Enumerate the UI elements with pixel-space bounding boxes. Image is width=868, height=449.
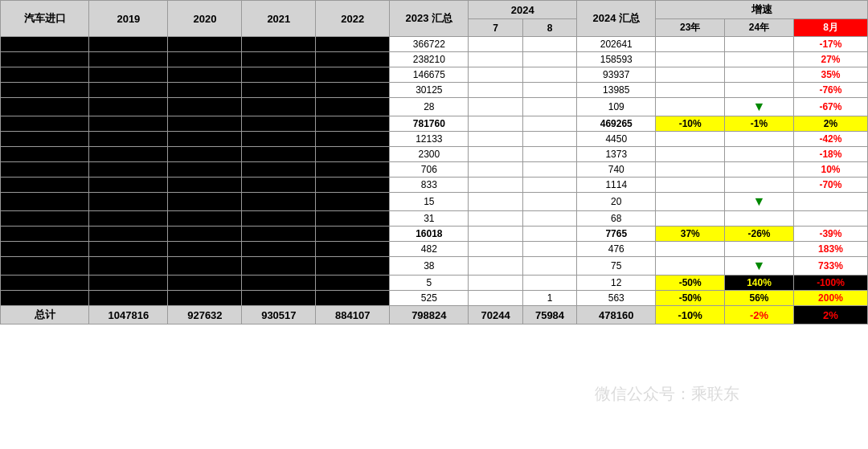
footer-2024-8: 75984 xyxy=(522,306,576,325)
cell-c2 xyxy=(89,116,168,132)
footer-category: 总计 xyxy=(1,306,89,325)
table-row: 781760469265-10%-1%2% xyxy=(1,116,868,132)
cell-c3 xyxy=(168,98,242,116)
cell-c8: 4450 xyxy=(577,132,656,147)
cell-c8: 563 xyxy=(577,291,656,306)
cell-c2 xyxy=(89,291,168,306)
cell-c2 xyxy=(89,52,168,67)
header-2022: 2022 xyxy=(316,1,390,37)
cell-c3 xyxy=(168,193,242,211)
cell-c4 xyxy=(242,67,316,83)
cell-c9b xyxy=(725,52,794,67)
cell-c8: 7765 xyxy=(577,227,656,242)
cell-c7a xyxy=(469,193,522,211)
cell-c7a xyxy=(469,83,522,98)
cell-c6: 238210 xyxy=(390,52,469,67)
cell-c9b: -1% xyxy=(725,116,794,132)
cell-c3 xyxy=(168,227,242,242)
cell-c3 xyxy=(168,67,242,83)
cell-c9a xyxy=(656,98,725,116)
cell-c8: 1114 xyxy=(577,178,656,193)
cell-c9c: -18% xyxy=(793,147,867,162)
cell-c7b xyxy=(522,162,576,178)
cell-c1 xyxy=(1,178,89,193)
cell-c5 xyxy=(316,162,390,178)
cell-c6: 12133 xyxy=(390,132,469,147)
cell-c9c xyxy=(793,193,867,211)
cell-c2 xyxy=(89,257,168,276)
cell-c4 xyxy=(242,147,316,162)
cell-c9b xyxy=(725,37,794,52)
footer-growth-24: -2% xyxy=(725,306,794,325)
cell-c6: 366722 xyxy=(390,37,469,52)
table-row: 3875▼733% xyxy=(1,257,868,276)
cell-c7b xyxy=(522,242,576,257)
data-table: 汽车进口 2019 2020 2021 2022 2023 汇总 2024 20… xyxy=(0,0,868,325)
cell-c3 xyxy=(168,132,242,147)
cell-c6: 30125 xyxy=(390,83,469,98)
cell-c9b xyxy=(725,242,794,257)
cell-c7a xyxy=(469,178,522,193)
cell-c5 xyxy=(316,291,390,306)
cell-c7b: 1 xyxy=(522,291,576,306)
cell-c9b: ▼ xyxy=(725,98,794,116)
table-row: 3012513985-76% xyxy=(1,83,868,98)
main-table-wrapper: 汽车进口 2019 2020 2021 2022 2023 汇总 2024 20… xyxy=(0,0,868,325)
cell-c3 xyxy=(168,178,242,193)
cell-c7b xyxy=(522,37,576,52)
cell-c7a xyxy=(469,147,522,162)
cell-c7b xyxy=(522,178,576,193)
cell-c8: 13985 xyxy=(577,83,656,98)
cell-c7a xyxy=(469,257,522,276)
cell-c3 xyxy=(168,242,242,257)
cell-c9b: -26% xyxy=(725,227,794,242)
cell-c9c: 35% xyxy=(793,67,867,83)
cell-c2 xyxy=(89,98,168,116)
cell-c7a xyxy=(469,37,522,52)
cell-c6: 15 xyxy=(390,193,469,211)
cell-c7a xyxy=(469,52,522,67)
cell-c4 xyxy=(242,178,316,193)
cell-c9a xyxy=(656,178,725,193)
cell-c7a xyxy=(469,227,522,242)
cell-c9b: 140% xyxy=(725,276,794,291)
cell-c7b xyxy=(522,67,576,83)
cell-c5 xyxy=(316,67,390,83)
cell-c4 xyxy=(242,227,316,242)
cell-c1 xyxy=(1,67,89,83)
table-row: 16018776537%-26%-39% xyxy=(1,227,868,242)
cell-c6: 5 xyxy=(390,276,469,291)
cell-c1 xyxy=(1,242,89,257)
table-row: 366722202641-17% xyxy=(1,37,868,52)
cell-c8: 476 xyxy=(577,242,656,257)
cell-c8: 75 xyxy=(577,257,656,276)
cell-c6: 38 xyxy=(390,257,469,276)
cell-c2 xyxy=(89,242,168,257)
footer-2024-total: 478160 xyxy=(577,306,656,325)
cell-c4 xyxy=(242,291,316,306)
cell-c7b xyxy=(522,211,576,227)
header-2019: 2019 xyxy=(89,1,168,37)
cell-c4 xyxy=(242,83,316,98)
cell-c7b xyxy=(522,227,576,242)
header-growth: 增速 xyxy=(656,1,868,19)
cell-c1 xyxy=(1,211,89,227)
cell-c4 xyxy=(242,257,316,276)
cell-c8: 12 xyxy=(577,276,656,291)
cell-c2 xyxy=(89,132,168,147)
footer-2023-total: 798824 xyxy=(390,306,469,325)
cell-c7a xyxy=(469,242,522,257)
cell-c7a xyxy=(469,67,522,83)
cell-c4 xyxy=(242,98,316,116)
cell-c4 xyxy=(242,132,316,147)
cell-c7b xyxy=(522,98,576,116)
cell-c9a: -50% xyxy=(656,276,725,291)
cell-c5 xyxy=(316,52,390,67)
cell-c9c: 2% xyxy=(793,116,867,132)
table-row: 23001373-18% xyxy=(1,147,868,162)
table-row: 5251563-50%56%200% xyxy=(1,291,868,306)
cell-c5 xyxy=(316,147,390,162)
footer-growth-aug: 2% xyxy=(793,306,867,325)
cell-c1 xyxy=(1,147,89,162)
cell-c9a: -10% xyxy=(656,116,725,132)
